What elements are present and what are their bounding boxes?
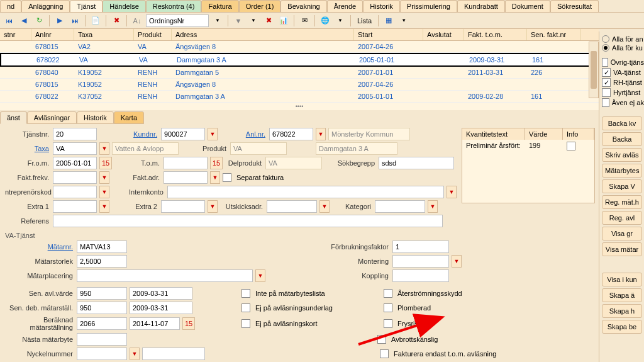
taxa-label[interactable]: Taxa — [5, 145, 50, 152]
side-button[interactable]: Skapa V — [602, 179, 642, 193]
side-button[interactable]: Skriv avläs — [602, 148, 642, 162]
grid-row[interactable]: 678022K37052RENHDammgatan 3 A2005-01-012… — [0, 91, 599, 103]
extra1-dd-icon[interactable]: ▼ — [99, 200, 109, 213]
grid-header-cell[interactable]: Start — [354, 29, 423, 40]
sendeb-date-input[interactable] — [130, 302, 192, 314]
referens-input[interactable] — [53, 215, 443, 227]
kundnr-label[interactable]: Kundnr. — [127, 130, 158, 138]
nav-prev-icon[interactable]: ◀ — [18, 14, 30, 27]
export-icon[interactable]: 📊 — [277, 14, 290, 27]
new-icon[interactable]: 📄 — [89, 14, 102, 27]
grid-resize-dots[interactable]: •••• — [0, 103, 599, 110]
nav-play-icon[interactable]: ▶ — [53, 14, 66, 27]
faktend-checkbox[interactable] — [380, 349, 389, 358]
faktfrekv-input[interactable] — [53, 171, 97, 184]
anlnr-label[interactable]: Anl.nr. — [242, 130, 267, 138]
globe-icon[interactable]: 🌐 — [319, 14, 331, 27]
separat-checkbox[interactable] — [223, 173, 231, 182]
kategori-dd-icon[interactable]: ▼ — [428, 200, 438, 213]
grid-row[interactable]: 678022VAVADammgatan 3 A2005-01-012009-03… — [0, 53, 599, 67]
inte-checkbox[interactable] — [242, 289, 250, 298]
entr-dd-icon[interactable]: ▼ — [99, 186, 109, 198]
storlek-input[interactable] — [77, 255, 127, 268]
ejund-checkbox[interactable] — [242, 303, 250, 312]
from-input[interactable] — [53, 157, 97, 169]
extra1-input[interactable] — [53, 200, 97, 213]
main-tab-kundrabatt[interactable]: Kundrabatt — [457, 0, 505, 12]
extra2-dd-icon[interactable]: ▼ — [208, 200, 218, 213]
side-button[interactable]: Backa — [602, 132, 642, 146]
nasta-input[interactable] — [77, 333, 127, 346]
grid-header-cell[interactable]: Fakt. t.o.m. — [464, 29, 527, 40]
sort-icon[interactable]: A↓ — [131, 14, 143, 27]
intern-dd-icon[interactable]: ▼ — [447, 186, 457, 198]
intern-input[interactable] — [167, 186, 444, 198]
utskick-input[interactable] — [267, 200, 317, 213]
faktadr-input[interactable] — [164, 171, 208, 184]
side-button[interactable]: Reg. avl — [602, 211, 642, 225]
alla-ku-radio[interactable] — [602, 44, 609, 52]
forbruk-input[interactable] — [392, 240, 449, 253]
main-tab-skresultat[interactable]: Sökresultat — [550, 0, 599, 12]
nav-last-icon[interactable]: ⏭ — [69, 14, 81, 27]
side-button[interactable]: Visa mätar — [602, 242, 642, 256]
entr-input[interactable] — [53, 186, 97, 198]
matarnr-label[interactable]: Mätarnr. — [5, 243, 74, 251]
extra2-input[interactable] — [161, 200, 205, 213]
dropdown-arrow-icon[interactable]: ▼ — [211, 14, 224, 27]
order-dropdown[interactable] — [146, 14, 209, 27]
sendeb-input[interactable] — [77, 302, 127, 314]
grid-dd-icon[interactable]: ▼ — [397, 14, 410, 27]
grid-header-cell[interactable]: stnr — [0, 29, 31, 40]
aven-checkbox[interactable] — [602, 98, 609, 107]
filter-icon[interactable]: ▼ — [232, 14, 245, 27]
kundnr-dd-icon[interactable]: ▼ — [208, 128, 218, 140]
tom-cal-icon[interactable]: 15 — [210, 157, 223, 169]
main-tab-hndelse[interactable]: Händelse — [103, 0, 145, 12]
placering-input[interactable] — [77, 269, 253, 282]
grid-header-cell[interactable]: Produkt — [134, 29, 172, 40]
koppling-input[interactable] — [392, 269, 449, 282]
delete-icon[interactable]: ✖ — [110, 14, 123, 27]
alla-an-radio[interactable] — [602, 35, 609, 43]
ejkort-checkbox[interactable] — [242, 319, 250, 328]
anlnr-input[interactable] — [269, 128, 313, 140]
main-tab-rende[interactable]: Ärende — [327, 0, 363, 12]
kundnr-input[interactable] — [161, 128, 205, 140]
tom-input[interactable] — [164, 157, 208, 169]
rh-checkbox[interactable] — [602, 78, 611, 87]
utskick-dd-icon[interactable]: ▼ — [319, 200, 330, 213]
montering-input[interactable] — [392, 255, 449, 268]
plomb-checkbox[interactable] — [384, 303, 392, 312]
filter2-icon[interactable]: ▼ — [247, 14, 260, 27]
faktadr-dd-icon[interactable]: ▼ — [210, 171, 220, 184]
side-button[interactable]: Skapa be — [602, 320, 642, 334]
ater-checkbox[interactable] — [384, 289, 392, 298]
main-tab-bevakning[interactable]: Bevakning — [280, 0, 326, 12]
main-tab-prissimulering[interactable]: Prissimulering — [400, 0, 457, 12]
taxa-input[interactable] — [53, 142, 97, 155]
main-tab-reskontra4[interactable]: Reskontra (4) — [146, 0, 202, 12]
grid-header-cell[interactable]: Adress — [172, 29, 354, 40]
montering-dd-icon[interactable]: ▼ — [452, 255, 462, 268]
sub-tab-änst[interactable]: änst — [0, 111, 27, 124]
nyckel-input[interactable] — [77, 348, 127, 360]
sub-tab-avläsningar[interactable]: Avläsningar — [27, 111, 77, 124]
senavl-date-input[interactable] — [130, 287, 192, 300]
side-button[interactable]: Visa i kun — [602, 273, 642, 286]
main-tab-tjnst[interactable]: Tjänst — [70, 0, 103, 12]
grid-icon[interactable]: ▦ — [382, 14, 395, 27]
hyr-checkbox[interactable] — [602, 88, 611, 97]
clear-filter-icon[interactable]: ✖ — [262, 14, 275, 27]
kategori-input[interactable] — [375, 200, 425, 213]
lista-label[interactable]: Lista — [355, 17, 374, 25]
globe-dd-icon[interactable]: ▼ — [334, 14, 347, 27]
berak-date-input[interactable] — [130, 317, 180, 330]
side-button[interactable]: Skapa h — [602, 304, 642, 318]
side-button[interactable]: Reg. mät.h — [602, 195, 642, 209]
side-button[interactable]: Mätarbytes — [602, 164, 642, 178]
va-checkbox[interactable] — [602, 68, 611, 77]
faktfrekv-dd-icon[interactable]: ▼ — [99, 171, 109, 184]
kv-info-checkbox[interactable] — [567, 142, 575, 150]
sub-tab-historik[interactable]: Historik — [77, 111, 114, 124]
